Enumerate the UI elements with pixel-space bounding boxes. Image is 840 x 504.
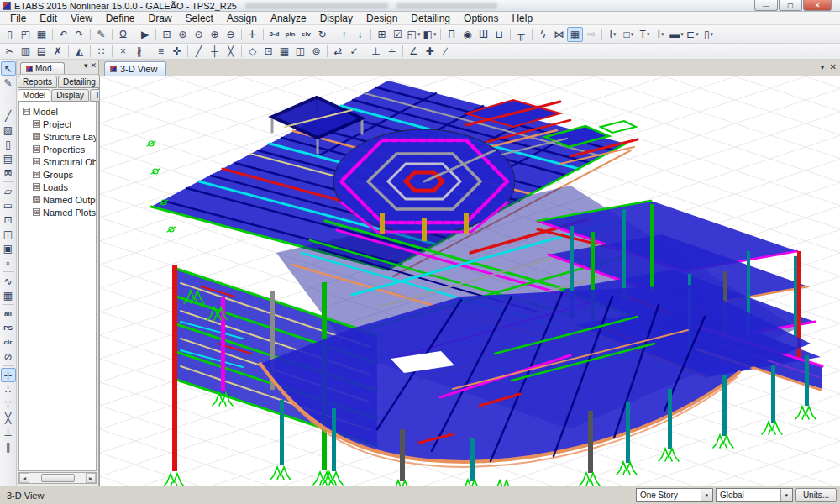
- select-pointer[interactable]: ↖: [1, 61, 16, 76]
- elevation-view[interactable]: elv: [298, 27, 314, 42]
- dock-menu-icon[interactable]: ▾: [84, 61, 88, 70]
- move-objects[interactable]: ✜: [169, 45, 185, 58]
- tree-expand-icon[interactable]: ⊟: [23, 108, 30, 115]
- expand-shrink-areas[interactable]: ⊡: [260, 45, 276, 58]
- snap-to-perpendicular[interactable]: ⊥: [1, 425, 16, 439]
- zoom-out[interactable]: ⊖: [223, 27, 239, 42]
- coordinate-system-selector[interactable]: Global ▾: [716, 488, 793, 502]
- chevron-down-icon[interactable]: ▾: [701, 489, 712, 501]
- model-3d[interactable]: [100, 76, 840, 486]
- tree-item[interactable]: ⊞ Project: [33, 118, 96, 130]
- section-wall[interactable]: ▯: [701, 27, 717, 42]
- scrollbar-thumb[interactable]: [41, 474, 75, 482]
- menu-item[interactable]: Select: [179, 12, 220, 25]
- object-view-options[interactable]: ◱: [406, 27, 422, 42]
- menu-item[interactable]: Options: [457, 12, 505, 25]
- units-button[interactable]: Units...: [795, 488, 837, 502]
- draw-joint[interactable]: ∙: [1, 94, 16, 108]
- dock-tab-model-explorer[interactable]: Mod...: [20, 62, 65, 74]
- move-story-down[interactable]: ↓: [352, 27, 368, 42]
- measure-tool[interactable]: ∠: [406, 45, 422, 58]
- node-display[interactable]: nd: [583, 27, 599, 42]
- tree-expand-icon[interactable]: ⊞: [33, 208, 40, 216]
- quick-draw-joint[interactable]: ◉: [459, 27, 475, 42]
- align-objects[interactable]: ≡: [153, 45, 169, 58]
- run-analysis[interactable]: ▶: [137, 27, 153, 42]
- draw-links[interactable]: ∿: [1, 274, 16, 288]
- show-undeformed-shape[interactable]: ◭: [71, 45, 87, 58]
- view-menu-icon[interactable]: ▾: [821, 62, 825, 71]
- trim-frames[interactable]: ┼: [207, 45, 223, 58]
- dock-horizontal-scrollbar[interactable]: ◄ ►: [18, 472, 97, 484]
- elevation-frame[interactable]: ╥: [513, 27, 529, 42]
- reshape-object[interactable]: ✎: [1, 76, 16, 90]
- chevron-down-icon[interactable]: ▾: [780, 489, 792, 501]
- tree-item[interactable]: ⊞ Structure Layout: [33, 130, 96, 143]
- rotate-3d-view[interactable]: ↻: [314, 27, 330, 42]
- menu-item[interactable]: Design: [360, 12, 404, 25]
- merge-areas[interactable]: ▦: [276, 45, 292, 58]
- building-view-options[interactable]: ⊞: [374, 27, 390, 42]
- tree-expand-icon[interactable]: ⊞: [33, 196, 40, 203]
- tree-expand-icon[interactable]: ⊞: [33, 133, 40, 140]
- tab-3d-view[interactable]: 3-D View: [104, 61, 166, 76]
- assign-spring[interactable]: ϟ: [535, 27, 551, 42]
- select-all[interactable]: all: [1, 307, 16, 321]
- tree-item[interactable]: ⊞ Named Plots: [33, 206, 96, 218]
- quick-draw-frame[interactable]: Π: [444, 27, 459, 42]
- section-tee[interactable]: T: [637, 27, 653, 42]
- tree-expand-icon[interactable]: ⊞: [33, 158, 40, 165]
- tree-item[interactable]: ⊞ Structural Objects: [33, 155, 96, 168]
- reselect-previous[interactable]: PS: [1, 321, 16, 335]
- minimize-button[interactable]: —: [754, 0, 778, 11]
- draw-mode[interactable]: ✎: [93, 27, 109, 42]
- dock-tab[interactable]: Model: [18, 89, 50, 102]
- replicate[interactable]: ∷: [93, 45, 109, 58]
- menu-item[interactable]: Analyze: [264, 12, 313, 25]
- zoom-in[interactable]: ⊕: [207, 27, 223, 42]
- quick-draw-column[interactable]: ▯: [1, 137, 16, 151]
- section-column[interactable]: □: [621, 27, 637, 42]
- section-I[interactable]: Ⅰ: [653, 27, 669, 42]
- tree-expand-icon[interactable]: ⊞: [33, 145, 40, 153]
- draw-wall[interactable]: ◫: [1, 227, 16, 241]
- maximize-button[interactable]: ▢: [779, 0, 802, 11]
- open-model[interactable]: ◰: [18, 27, 34, 42]
- scroll-right-icon[interactable]: ►: [86, 473, 96, 483]
- assign-releases[interactable]: ∸: [384, 45, 400, 58]
- menu-item[interactable]: Define: [99, 12, 142, 25]
- add-point[interactable]: ⊚: [308, 45, 324, 58]
- extend-frames[interactable]: ╳: [223, 45, 239, 58]
- dock-tab[interactable]: Display: [51, 89, 89, 102]
- snap-to-midpoints[interactable]: ∵: [1, 396, 16, 411]
- divide-frames[interactable]: ∦: [131, 45, 147, 58]
- assign-restraints[interactable]: ⊥: [368, 45, 384, 58]
- tree-item[interactable]: ⊞ Groups: [33, 168, 96, 181]
- draw-rectangular-floor[interactable]: ▭: [1, 198, 16, 213]
- tree-item[interactable]: ⊞ Named Output Items: [33, 193, 96, 206]
- merge-points[interactable]: ×: [115, 45, 131, 58]
- clear-selection[interactable]: clr: [1, 335, 16, 349]
- tree-expand-icon[interactable]: ⊞: [33, 171, 40, 178]
- mark-tool[interactable]: ✚: [422, 45, 438, 58]
- quick-draw-wall[interactable]: ▣: [1, 241, 16, 255]
- invert-selection[interactable]: ⊘: [1, 349, 16, 364]
- save-model[interactable]: ▦: [34, 27, 50, 42]
- sketch-tool[interactable]: ∕: [438, 45, 454, 58]
- tree-item[interactable]: ⊟ Model: [23, 105, 96, 118]
- scroll-left-icon[interactable]: ◄: [19, 473, 29, 483]
- lock-model[interactable]: Ω: [115, 27, 131, 42]
- pan[interactable]: ✛: [244, 27, 260, 42]
- new-model[interactable]: ▯: [2, 27, 18, 42]
- snap-to-points[interactable]: ⊹: [1, 368, 16, 382]
- copy[interactable]: ▥: [18, 45, 34, 58]
- draw-frame[interactable]: ╱: [1, 108, 16, 123]
- previous-zoom[interactable]: ⊙: [191, 27, 207, 42]
- quick-draw-frame[interactable]: ▧: [1, 123, 16, 137]
- draw-opening[interactable]: ▫: [1, 255, 16, 270]
- menu-item[interactable]: Draw: [142, 12, 179, 25]
- undo[interactable]: ↶: [55, 27, 71, 42]
- menu-item[interactable]: Help: [505, 12, 539, 25]
- assign-link[interactable]: ⋈: [551, 27, 567, 42]
- edit-frame[interactable]: ╱: [191, 45, 207, 58]
